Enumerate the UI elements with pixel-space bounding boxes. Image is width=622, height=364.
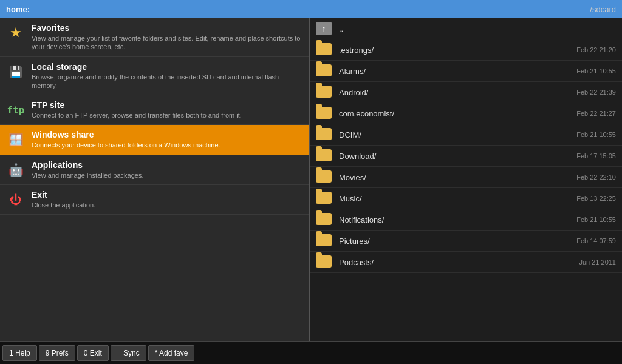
file-name: DCIM/ (339, 130, 570, 140)
folder-icon (316, 107, 333, 120)
file-row[interactable]: Podcasts/ Jun 21 2011 (310, 252, 622, 273)
file-name: Podcasts/ (339, 258, 573, 267)
windows_share-desc: Connects your device to shared folders o… (32, 141, 220, 149)
toolbar-btn-help[interactable]: 1 Help (2, 345, 37, 361)
windows_share-icon: 🪟 (6, 130, 26, 149)
file-row[interactable]: Pictures/ Feb 14 07:59 (310, 231, 622, 252)
folder-icon (316, 255, 333, 269)
toolbar-btn-prefs[interactable]: 9 Prefs (39, 345, 75, 361)
exit-title: Exit (32, 190, 95, 200)
app-icon: 🤖 (9, 163, 24, 177)
menu-item-exit[interactable]: ⏻ Exit Close the application. (0, 185, 309, 215)
file-name: .. (339, 24, 610, 33)
folder-icon (316, 43, 333, 56)
file-name: Movies/ (339, 173, 570, 182)
file-date: Feb 21 10:55 (576, 131, 616, 138)
menu-item-windows_share[interactable]: 🪟 Windows share Connects your device to … (0, 125, 309, 155)
folder-icon (316, 128, 333, 141)
exit-text: Exit Close the application. (32, 190, 95, 209)
exit-icon: ⏻ (10, 193, 22, 207)
file-date: Feb 17 15:05 (576, 152, 616, 160)
file-name: Pictures/ (339, 237, 570, 246)
applications-text: Applications View and manage installed p… (32, 160, 143, 180)
left-panel: ★ Favorites View and manage your list of… (0, 18, 310, 341)
ftp-icon: ftp (7, 104, 25, 116)
folder-icon (316, 64, 333, 78)
favorites-title: Favorites (32, 23, 302, 33)
toolbar-btn-sync[interactable]: = Sync (111, 345, 146, 361)
favorites-desc: View and manage your list of favorite fo… (32, 34, 302, 52)
ftp_site-text: FTP site Connect to an FTP server, brows… (32, 100, 242, 120)
file-date: Feb 14 07:59 (576, 237, 616, 244)
file-date: Feb 21 10:55 (576, 216, 616, 223)
file-row[interactable]: com.economist/ Feb 22 21:27 (310, 103, 622, 124)
windows_share-title: Windows share (32, 130, 220, 140)
menu-item-local_storage[interactable]: 💾 Local storage Browse, organize and mod… (0, 57, 309, 96)
file-name: Notifications/ (339, 215, 570, 224)
up-icon: ↑ (316, 22, 333, 35)
file-row[interactable]: Alarms/ Feb 21 10:55 (310, 61, 622, 82)
file-date: Feb 22 22:10 (576, 174, 616, 181)
local_storage-desc: Browse, organize and modify the contents… (32, 73, 302, 90)
folder-icon (316, 86, 333, 99)
file-name: Alarms/ (339, 67, 570, 76)
folder-icon (316, 170, 333, 184)
toolbar-btn-exit[interactable]: 0 Exit (77, 345, 109, 361)
file-row[interactable]: Movies/ Feb 22 22:10 (310, 167, 622, 188)
file-name: com.economist/ (339, 109, 570, 118)
toolbar-btn-add_fave[interactable]: * Add fave (148, 345, 195, 361)
menu-item-applications[interactable]: 🤖 Applications View and manage installed… (0, 155, 309, 185)
file-name: .estrongs/ (339, 46, 570, 55)
local_storage-text: Local storage Browse, organize and modif… (32, 62, 302, 90)
file-name: Download/ (339, 152, 570, 161)
star-icon: ★ (10, 25, 22, 41)
folder-icon (316, 192, 333, 205)
file-date: Feb 22 21:20 (576, 46, 616, 53)
applications-icon: 🤖 (6, 160, 26, 180)
ftp_site-icon: ftp (6, 100, 26, 120)
right-panel: ↑ .. .estrongs/ Feb 22 21:20 Alarms/ Feb… (310, 18, 622, 341)
exit-icon: ⏻ (6, 190, 26, 209)
file-date: Feb 22 21:39 (576, 89, 616, 96)
file-row[interactable]: .estrongs/ Feb 22 21:20 (310, 39, 622, 61)
file-row[interactable]: ↑ .. (310, 18, 622, 39)
file-row[interactable]: Music/ Feb 13 22:25 (310, 188, 622, 209)
applications-desc: View and manage installed packages. (32, 171, 143, 180)
favorites-icon: ★ (6, 23, 26, 42)
folder-icon (316, 213, 333, 226)
local_storage-icon: 💾 (6, 62, 26, 81)
file-date: Jun 21 2011 (579, 258, 616, 266)
file-name: Music/ (339, 194, 570, 203)
bottom-toolbar: 1 Help9 Prefs0 Exit= Sync* Add fave (0, 341, 622, 364)
file-name: Android/ (339, 88, 570, 97)
applications-title: Applications (32, 160, 143, 170)
local_storage-title: Local storage (32, 62, 302, 72)
hdd-icon: 💾 (9, 65, 22, 78)
file-date: Feb 13 22:25 (576, 195, 616, 202)
file-date: Feb 22 21:27 (576, 110, 616, 117)
favorites-text: Favorites View and manage your list of f… (32, 23, 302, 52)
file-date: Feb 21 10:55 (576, 67, 616, 75)
exit-desc: Close the application. (32, 201, 95, 209)
file-row[interactable]: Download/ Feb 17 15:05 (310, 146, 622, 167)
menu-item-ftp_site[interactable]: ftp FTP site Connect to an FTP server, b… (0, 95, 309, 125)
ftp_site-title: FTP site (32, 100, 242, 110)
header-path-left: home: (0, 5, 310, 14)
header-path-right: /sdcard (310, 5, 622, 14)
windows-icon: 🪟 (9, 132, 24, 147)
windows_share-text: Windows share Connects your device to sh… (32, 130, 220, 149)
file-row[interactable]: Android/ Feb 22 21:39 (310, 82, 622, 103)
folder-icon (316, 234, 333, 248)
folder-icon (316, 149, 333, 163)
file-row[interactable]: DCIM/ Feb 21 10:55 (310, 124, 622, 146)
file-row[interactable]: Notifications/ Feb 21 10:55 (310, 209, 622, 231)
header: home: /sdcard (0, 0, 622, 18)
main-content: ★ Favorites View and manage your list of… (0, 18, 622, 341)
ftp_site-desc: Connect to an FTP server, browse and tra… (32, 111, 242, 120)
menu-item-favorites[interactable]: ★ Favorites View and manage your list of… (0, 18, 309, 57)
